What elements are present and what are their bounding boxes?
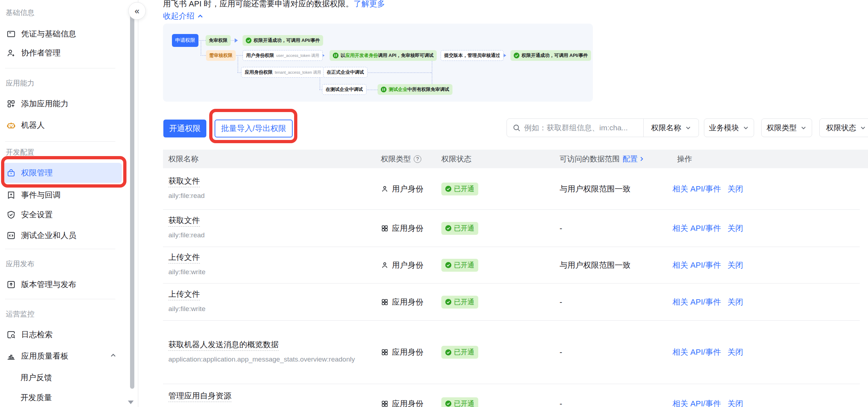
table-row: 上传文件 aily:file:write 应用身份 已开通 - 相关 API/事… (163, 284, 860, 321)
developer-identity-link[interactable]: 应用开发者身份 (345, 53, 378, 58)
permission-type-label: 应用身份 (392, 347, 423, 358)
header-label: 可访问的数据范围 (560, 154, 620, 164)
sidebar-item-credentials[interactable]: 凭证与基础信息 (3, 25, 122, 43)
header-label: 权限类型 (381, 154, 411, 164)
close-permission-link[interactable]: 关闭 (728, 297, 743, 307)
collapse-intro-link[interactable]: 收起介绍 (163, 11, 204, 21)
flow-node-apply-permission: 申请权限 (172, 34, 198, 47)
data-scope: 与用户权限范围一致 (560, 247, 630, 283)
business-module-filter[interactable]: 业务模块 (704, 118, 754, 137)
flow-node-token: tenant_access_token 调用 (275, 70, 321, 75)
table-row: 管理应用自身资源 application:application:self_ma… (163, 384, 860, 407)
sidebar-item-quality-dashboard[interactable]: 应用质量看板 (3, 348, 122, 365)
shield-check-icon (6, 210, 16, 219)
permission-type-label: 应用身份 (392, 398, 423, 407)
permission-name: 获取文件 (168, 176, 200, 187)
flow-node-label: 以应用开发者身份调用 API，免审核即可调试 (341, 52, 433, 59)
chevron-down-icon (860, 125, 866, 131)
sidebar-item-events-callbacks[interactable]: 事件与回调 (3, 186, 122, 204)
sidebar-item-dev-quality[interactable]: 开发质量 (20, 392, 52, 403)
permission-type-label: 应用身份 (392, 297, 423, 307)
flow-node-formal-debug: 在正式企业中调试 (323, 67, 368, 78)
flow-arrow-icon (235, 38, 238, 43)
scroll-down-arrow-icon[interactable] (128, 401, 134, 404)
permission-status: 已开通 (441, 168, 478, 209)
help-icon[interactable]: ? (414, 155, 421, 163)
check-circle-icon (445, 186, 451, 192)
permission-type-filter[interactable]: 权限类型 (761, 118, 812, 137)
close-permission-link[interactable]: 关闭 (728, 223, 743, 234)
permission-type-label: 应用身份 (392, 223, 423, 234)
related-api-link[interactable]: 相关 API/事件 (672, 347, 721, 358)
row-actions: 相关 API/事件 关闭 (672, 210, 743, 247)
sidebar-item-add-capability[interactable]: 添加应用能力 (3, 95, 122, 112)
related-api-link[interactable]: 相关 API/事件 (672, 223, 721, 234)
check-circle-icon (246, 38, 251, 43)
row-actions: 相关 API/事件 关闭 (672, 168, 743, 209)
learn-more-link[interactable]: 了解更多 (354, 0, 385, 8)
permission-code: aily:file:read (168, 230, 370, 241)
close-permission-link[interactable]: 关闭 (728, 347, 743, 358)
sidebar-divider (5, 249, 115, 249)
status-badge: 已开通 (441, 222, 478, 235)
permission-name-filter[interactable]: 权限名称 (643, 119, 699, 137)
flow-connector (201, 55, 206, 56)
sidebar-item-label: 机器人 (21, 120, 45, 131)
sidebar-scrollbar[interactable] (130, 5, 134, 389)
check-circle-icon (445, 225, 451, 231)
related-api-link[interactable]: 相关 API/事件 (672, 184, 721, 194)
app-identity-icon (381, 400, 389, 407)
sidebar-collapse-button[interactable]: « (128, 2, 146, 20)
related-api-link[interactable]: 相关 API/事件 (672, 398, 721, 407)
close-permission-link[interactable]: 关闭 (728, 260, 743, 271)
chevron-down-icon (685, 125, 691, 131)
filter-label: 业务模块 (709, 123, 739, 133)
search-input[interactable] (524, 123, 643, 132)
permission-type: 应用身份 (381, 284, 423, 320)
sidebar-item-label: 测试企业和人员 (21, 230, 76, 241)
sidebar-item-label: 应用质量看板 (21, 351, 68, 362)
flow-node-submit-version: 提交版本，管理员审核通过 (441, 50, 504, 61)
flow-node-no-review: 免审权限 (206, 35, 231, 46)
grid-add-icon (6, 99, 16, 108)
app-identity-icon (381, 348, 389, 356)
table-row: 获取文件 aily:file:read 应用身份 已开通 - 相关 API/事件… (163, 210, 860, 247)
header-permission-name: 权限名称 (168, 150, 198, 168)
chevron-up-icon[interactable] (110, 352, 117, 360)
test-company-link[interactable]: 测试企业 (389, 87, 407, 92)
batch-import-export-button[interactable]: 批量导入/导出权限 (215, 120, 293, 137)
permission-name: 上传文件 (168, 290, 200, 300)
collapse-intro-label: 收起介绍 (163, 11, 195, 21)
header-permission-status: 权限状态 (441, 150, 471, 168)
status-badge: 已开通 (441, 346, 478, 359)
flow-connector (320, 89, 322, 90)
sidebar: 基础信息 凭证与基础信息 协作者管理 应用能力 添加应用能力 机器人 开发配置 … (0, 0, 138, 407)
open-permission-button[interactable]: 开通权限 (163, 120, 206, 137)
related-api-link[interactable]: 相关 API/事件 (672, 297, 721, 307)
sidebar-item-log-search[interactable]: 日志检索 (3, 326, 122, 343)
sidebar-item-version-release[interactable]: 版本管理与发布 (3, 276, 122, 293)
user-add-icon (6, 48, 16, 58)
sidebar-item-user-feedback[interactable]: 用户反馈 (20, 372, 52, 383)
row-actions: 相关 API/事件 关闭 (672, 247, 743, 283)
table-row: 获取文件 aily:file:read 用户身份 已开通 与用户权限范围一致 相… (163, 168, 860, 210)
close-permission-link[interactable]: 关闭 (728, 398, 743, 407)
search-icon (513, 124, 521, 132)
scope-config-link[interactable]: 配置 (623, 154, 645, 164)
permission-status-filter[interactable]: 权限状态 (819, 118, 868, 137)
flow-node-success-1: 权限开通成功，可调用 API/事件 (243, 35, 323, 46)
robot-icon (6, 121, 16, 130)
sidebar-item-collaborators[interactable]: 协作者管理 (3, 44, 122, 62)
close-permission-link[interactable]: 关闭 (728, 184, 743, 194)
debug-circle-icon (333, 53, 339, 58)
sidebar-item-permission-management[interactable]: 权限管理 (3, 163, 122, 183)
flow-node-need-review: 需审核权限 (206, 50, 236, 61)
flow-node-label: 提交版本，管理员审核通过 (444, 52, 500, 59)
permission-type-label: 用户身份 (392, 184, 423, 194)
related-api-link[interactable]: 相关 API/事件 (672, 260, 721, 271)
table-header-row: 权限名称 权限类型 ? 权限状态 可访问的数据范围 配置 操作 (163, 150, 868, 168)
flow-node-developer-debug: 以应用开发者身份调用 API，免审核即可调试 (330, 50, 437, 61)
sidebar-item-bot[interactable]: 机器人 (3, 117, 122, 134)
sidebar-item-test-company[interactable]: 测试企业和人员 (3, 227, 122, 244)
sidebar-item-security-settings[interactable]: 安全设置 (3, 206, 122, 223)
